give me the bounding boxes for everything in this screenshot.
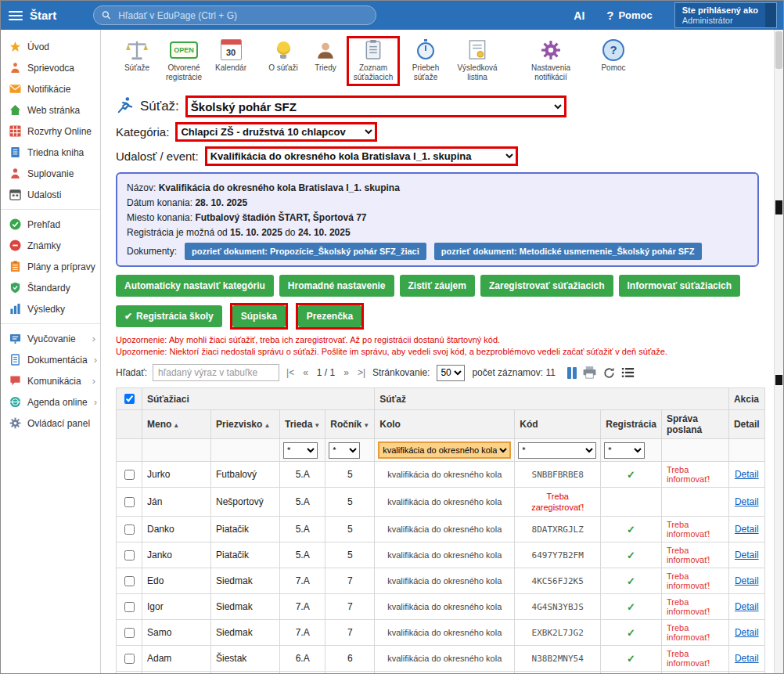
cell-registracia-check: ✓ bbox=[601, 646, 662, 672]
toolbar-item-triedy[interactable]: Triedy bbox=[304, 36, 347, 75]
sidebar-item-komunikacia[interactable]: Komunikácia › bbox=[1, 370, 100, 391]
hromadne-nastavenie-button[interactable]: Hromadné nastavenie bbox=[279, 275, 394, 297]
row-select-checkbox[interactable] bbox=[124, 470, 135, 480]
toolbar-item-priebeh-sutaze[interactable]: Priebeh súťaže bbox=[400, 36, 451, 85]
document-button-propozicie[interactable]: pozrieť dokument: Propozície_Školský poh… bbox=[185, 243, 426, 260]
toolbar-item-o-sutazi[interactable]: O súťaži bbox=[262, 36, 304, 75]
detail-link[interactable]: Detail bbox=[735, 469, 759, 480]
trieda-filter-select[interactable]: * bbox=[283, 442, 318, 459]
toolbar-item-zoznam-sutaziacich[interactable]: Zoznam súťažiacich bbox=[347, 36, 400, 86]
sidebar-item-ovladaci-panel[interactable]: Ovládací panel bbox=[1, 413, 100, 434]
zistit-zaujem-button[interactable]: Zistiť záujem bbox=[400, 275, 475, 297]
col-header-registracia[interactable]: Registrácia bbox=[601, 410, 662, 439]
print-icon[interactable] bbox=[582, 366, 597, 380]
list-view-icon[interactable] bbox=[621, 367, 635, 378]
sidebar-item-vyucovanie[interactable]: Vyučovanie › bbox=[1, 328, 100, 349]
col-header-sprava[interactable]: Správa poslaná bbox=[661, 410, 728, 439]
page-size-select[interactable]: 50 bbox=[437, 365, 465, 381]
registracia-skoly-button[interactable]: ✔Registrácia školy bbox=[116, 305, 222, 327]
detail-link[interactable]: Detail bbox=[735, 601, 759, 612]
sort-asc-icon[interactable]: ▲ bbox=[264, 422, 270, 429]
row-select-checkbox[interactable] bbox=[124, 524, 135, 535]
sidebar-item-uvod[interactable]: Úvod bbox=[1, 36, 100, 57]
row-select-checkbox[interactable] bbox=[124, 654, 135, 664]
row-select-checkbox[interactable] bbox=[124, 628, 135, 638]
udalost-select[interactable]: Kvalifikácia do okresného kola Bratislav… bbox=[205, 146, 518, 166]
registracia-filter-select[interactable]: * bbox=[604, 442, 645, 459]
toolbar-item-sutaze[interactable]: Súťaže bbox=[116, 36, 158, 75]
sutaz-select[interactable]: Školský pohár SFZ bbox=[185, 96, 566, 117]
pagination-last-button[interactable]: >| bbox=[356, 367, 367, 378]
sidebar-item-vysledky[interactable]: Výsledky bbox=[1, 298, 100, 319]
toolbar-item-vysledkova-listina[interactable]: Výsledková listina bbox=[451, 36, 503, 85]
sidebar-item-plany[interactable]: Plány a prípravy bbox=[1, 256, 100, 277]
prezencka-button[interactable]: Prezenčka bbox=[298, 305, 361, 327]
table-body: Jurko Futbalový 5.A 5 kvalifikácia do ok… bbox=[117, 462, 765, 674]
sidebar-item-suplovanie[interactable]: Suplovanie bbox=[1, 163, 100, 184]
toolbar-item-pomoc[interactable]: ? Pomoc bbox=[592, 36, 635, 75]
refresh-icon[interactable] bbox=[602, 366, 616, 380]
col-header-priezvisko[interactable]: Priezvisko▲ bbox=[211, 410, 280, 439]
cell-kod: ADX82ZX3JE bbox=[515, 672, 601, 674]
detail-link[interactable]: Detail bbox=[735, 575, 759, 586]
detail-link[interactable]: Detail bbox=[735, 524, 759, 535]
col-header-rocnik[interactable]: Ročník▼ bbox=[325, 410, 375, 439]
row-select-checkbox[interactable] bbox=[124, 576, 135, 586]
sort-desc-icon[interactable]: ▼ bbox=[314, 422, 320, 429]
informovat-button[interactable]: Informovať súťažiacich bbox=[619, 275, 741, 297]
row-select-checkbox[interactable] bbox=[124, 550, 135, 560]
hamburger-menu-icon[interactable] bbox=[9, 11, 23, 20]
detail-link[interactable]: Detail bbox=[735, 550, 759, 560]
sort-asc-icon[interactable]: ▲ bbox=[173, 422, 179, 429]
user-menu-tab[interactable] bbox=[765, 3, 776, 27]
sidebar-item-udalosti[interactable]: Udalosti bbox=[1, 184, 100, 205]
pagination-next-button[interactable]: » bbox=[342, 367, 351, 378]
user-menu[interactable]: Ste prihlásený ako Administrátor bbox=[674, 2, 777, 28]
sidebar-item-agenda[interactable]: Agenda online › bbox=[1, 391, 100, 413]
select-all-checkbox[interactable] bbox=[124, 394, 135, 404]
col-header-trieda[interactable]: Trieda▼ bbox=[280, 410, 325, 439]
col-header-kolo[interactable]: Kolo bbox=[375, 410, 515, 439]
sidebar-item-prehlad[interactable]: Prehľad bbox=[1, 214, 100, 235]
supiska-button[interactable]: Súpiska bbox=[232, 305, 286, 327]
col-header-kod[interactable]: Kód bbox=[515, 410, 601, 439]
auto-kategoria-button[interactable]: Automaticky nastaviť kategóriu bbox=[116, 275, 274, 297]
scrollbar-thumb[interactable] bbox=[775, 31, 782, 69]
table-search-input[interactable] bbox=[153, 364, 279, 381]
pagination-prev-button[interactable]: « bbox=[301, 367, 310, 378]
detail-link[interactable]: Detail bbox=[735, 627, 759, 638]
row-select-checkbox[interactable] bbox=[124, 497, 135, 507]
sidebar-item-standardy[interactable]: Štandardy bbox=[1, 277, 100, 298]
cell-kod: 8DATXRGJLZ bbox=[515, 517, 601, 542]
kolo-filter-select[interactable]: kvalifikácia do okresného kola (11) bbox=[378, 442, 511, 459]
toolbar-item-kalendar[interactable]: 30 Kalendár bbox=[210, 36, 252, 75]
vertical-scrollbar[interactable] bbox=[774, 30, 783, 673]
sidebar-item-triedna-kniha[interactable]: Triedna kniha bbox=[1, 142, 100, 163]
toolbar-item-nastavenia-notifikacii[interactable]: Nastavenia notifikácií bbox=[525, 36, 577, 85]
sidebar-item-sprievodca[interactable]: Sprievodca bbox=[1, 57, 100, 78]
kod-filter-select[interactable]: * bbox=[518, 442, 596, 459]
sidebar-item-web-stranka[interactable]: Web stránka bbox=[1, 99, 100, 121]
ai-button[interactable]: AI bbox=[574, 9, 584, 22]
detail-link[interactable]: Detail bbox=[735, 653, 759, 664]
row-select-checkbox[interactable] bbox=[124, 602, 135, 612]
help-button[interactable]: ? Pomoc bbox=[606, 9, 653, 22]
sidebar-item-znamky[interactable]: Známky bbox=[1, 235, 100, 256]
global-search-input[interactable] bbox=[117, 9, 368, 22]
kategoria-row: Kategória: Chlapci ZŠ - družstvá 10 chla… bbox=[116, 122, 783, 142]
pagination-first-button[interactable]: |< bbox=[285, 367, 296, 378]
kategoria-select[interactable]: Chlapci ZŠ - družstvá 10 chlapcov bbox=[175, 122, 377, 142]
sidebar-item-dokumentacia[interactable]: Dokumentácia › bbox=[1, 349, 100, 370]
document-button-metodicke[interactable]: pozrieť dokument: Metodické usmernenie_Š… bbox=[434, 243, 702, 260]
sidebar-item-notifikacie[interactable]: Notifikácie bbox=[1, 78, 100, 99]
sort-desc-icon[interactable]: ▼ bbox=[363, 422, 369, 429]
columns-icon[interactable] bbox=[567, 367, 577, 379]
zaregistrovat-button[interactable]: Zaregistrovať súťažiacich bbox=[480, 275, 613, 297]
col-header-meno[interactable]: Meno▲ bbox=[142, 410, 211, 439]
detail-link[interactable]: Detail bbox=[735, 496, 759, 507]
start-button[interactable]: Štart bbox=[30, 9, 56, 22]
cell-meno: Ján bbox=[142, 488, 211, 517]
sidebar-item-rozvrhy[interactable]: Rozvrhy Online bbox=[1, 121, 100, 142]
toolbar-item-otvorene-registracie[interactable]: OPEN Otvorené registrácie bbox=[158, 36, 210, 85]
rocnik-filter-select[interactable]: * bbox=[329, 442, 360, 459]
